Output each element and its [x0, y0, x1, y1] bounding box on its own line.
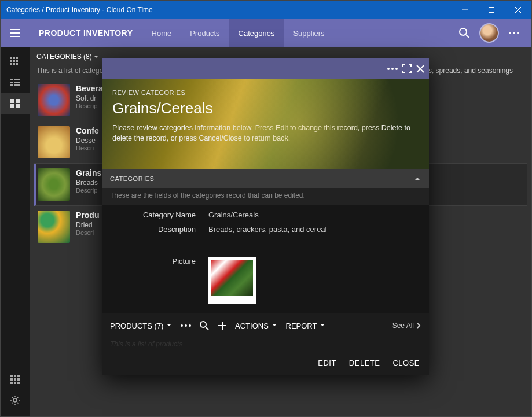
svg-rect-20 [16, 63, 18, 65]
svg-rect-34 [10, 378, 13, 381]
user-avatar[interactable] [479, 23, 499, 43]
category-thumbnail [38, 168, 70, 201]
collapse-icon [414, 175, 421, 182]
actions-dropdown[interactable]: ACTIONS [235, 322, 277, 330]
svg-point-11 [517, 32, 519, 34]
left-rail [1, 47, 30, 416]
dialog-more-button[interactable] [387, 68, 398, 70]
svg-point-43 [395, 68, 398, 70]
toolbar-add-button[interactable] [218, 321, 227, 330]
view-grid-small-icon[interactable] [1, 51, 30, 72]
window-close-button[interactable] [505, 1, 531, 19]
svg-rect-13 [13, 57, 15, 59]
delete-button[interactable]: DELETE [349, 359, 380, 367]
tab-home[interactable]: Home [142, 19, 181, 47]
svg-point-47 [185, 324, 187, 327]
svg-rect-21 [10, 79, 13, 80]
window-maximize-button[interactable] [478, 1, 505, 19]
products-dropdown[interactable]: PRODUCTS (7) [110, 322, 173, 330]
svg-rect-19 [13, 63, 15, 65]
field-value[interactable]: Breads, crackers, pasta, and cereal [208, 225, 421, 234]
toolbar-more-button[interactable] [181, 324, 191, 327]
dialog-header [102, 58, 429, 79]
dialog-title: Grains/Cereals [112, 99, 419, 117]
svg-rect-39 [17, 382, 20, 384]
svg-rect-38 [14, 382, 16, 384]
dialog-section-sub: These are the fields of the categories r… [102, 188, 429, 205]
dropdown-icon [92, 53, 100, 61]
section-title: CATEGORIES (8) [36, 53, 92, 61]
see-all-link[interactable]: See All [392, 322, 421, 330]
review-dialog: REVIEW CATEGORIES Grains/Cereals Please … [102, 58, 429, 375]
search-button[interactable] [453, 21, 476, 45]
tab-categories[interactable]: Categories [229, 19, 284, 47]
field-label: Category Name [110, 211, 208, 219]
svg-line-50 [206, 327, 208, 330]
svg-point-46 [181, 324, 183, 327]
more-menu-button[interactable] [502, 21, 526, 45]
category-thumbnail [38, 126, 70, 158]
main-tabs: Home Products Categories Suppliers [142, 19, 334, 47]
dialog-toolbar: PRODUCTS (7) ACTIONS REPORT See All [102, 313, 429, 338]
field-value[interactable]: Grains/Cereals [208, 211, 421, 219]
view-list-icon[interactable] [1, 72, 30, 93]
svg-rect-22 [14, 79, 20, 80]
window-minimize-button[interactable] [452, 1, 478, 19]
dialog-fullscreen-button[interactable] [402, 64, 412, 73]
svg-point-10 [513, 32, 515, 34]
svg-rect-32 [14, 375, 16, 377]
svg-rect-1 [489, 8, 494, 13]
close-button[interactable]: CLOSE [392, 359, 420, 367]
picture-thumbnail[interactable] [208, 257, 256, 304]
svg-rect-25 [10, 84, 13, 86]
svg-rect-31 [10, 375, 13, 377]
dialog-actions: EDIT DELETE CLOSE [102, 350, 429, 375]
toolbar-search-button[interactable] [199, 320, 210, 331]
svg-line-8 [466, 35, 469, 38]
svg-rect-16 [13, 60, 15, 62]
svg-rect-27 [10, 99, 14, 103]
svg-rect-28 [16, 99, 20, 103]
svg-point-40 [13, 398, 17, 402]
view-grid-large-icon[interactable] [1, 93, 30, 114]
svg-rect-18 [10, 63, 12, 65]
svg-rect-17 [16, 60, 18, 62]
svg-point-41 [387, 68, 390, 70]
field-description: Description Breads, crackers, pasta, and… [102, 222, 429, 237]
edit-button[interactable]: EDIT [318, 359, 336, 367]
svg-point-7 [460, 28, 467, 35]
hamburger-menu-button[interactable] [1, 19, 30, 47]
svg-rect-36 [17, 378, 20, 381]
apps-icon[interactable] [1, 369, 30, 390]
svg-point-49 [200, 322, 206, 327]
dialog-breadcrumb: REVIEW CATEGORIES [112, 89, 419, 96]
svg-rect-26 [14, 84, 20, 86]
window-titlebar: Categories / Product Inventory - Cloud O… [1, 1, 531, 19]
products-loading-text: This is a list of products [102, 338, 429, 350]
svg-rect-35 [14, 378, 16, 381]
svg-rect-24 [14, 82, 20, 83]
category-thumbnail [38, 211, 70, 243]
settings-icon[interactable] [1, 390, 30, 411]
tab-products[interactable]: Products [181, 19, 229, 47]
app-title: PRODUCT INVENTORY [30, 28, 142, 38]
dialog-section-header[interactable]: CATEGORIES [102, 169, 429, 188]
svg-point-42 [391, 68, 394, 70]
svg-rect-33 [17, 375, 20, 377]
dialog-close-button[interactable] [416, 65, 424, 73]
svg-rect-23 [10, 82, 13, 83]
field-category-name: Category Name Grains/Cereals [102, 208, 429, 222]
svg-point-48 [189, 324, 191, 327]
tab-suppliers[interactable]: Suppliers [284, 19, 333, 47]
dialog-instructions: Please review categories information bel… [112, 123, 419, 143]
field-picture: Picture [102, 254, 429, 307]
svg-rect-37 [10, 382, 13, 384]
app-bar: PRODUCT INVENTORY Home Products Categori… [1, 19, 531, 47]
report-dropdown[interactable]: REPORT [286, 322, 326, 330]
category-thumbnail [38, 84, 70, 116]
svg-rect-15 [10, 60, 12, 62]
svg-rect-12 [10, 57, 12, 59]
window-title: Categories / Product Inventory - Cloud O… [1, 6, 452, 14]
svg-rect-14 [16, 57, 18, 59]
dialog-hero: REVIEW CATEGORIES Grains/Cereals Please … [102, 79, 429, 169]
